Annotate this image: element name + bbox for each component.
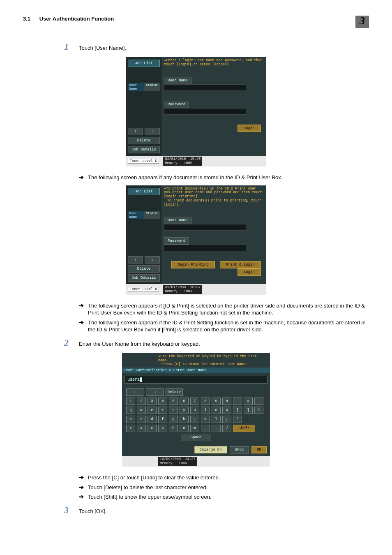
login-button[interactable]: Login <box>238 125 261 132</box>
key-=[interactable]: = <box>244 398 253 405</box>
section-number: 3.1 <box>23 16 30 22</box>
key-a[interactable]: a <box>126 416 135 423</box>
print-login-button[interactable]: Print & Login <box>220 261 261 268</box>
key-s[interactable]: s <box>137 416 146 423</box>
key-7[interactable]: 7 <box>190 398 199 405</box>
col-status: Status <box>144 211 160 219</box>
key-u[interactable]: u <box>190 407 199 414</box>
key-e[interactable]: e <box>148 407 157 414</box>
text-input[interactable]: user1| <box>125 376 267 384</box>
delete-button[interactable]: Delete <box>128 265 160 273</box>
key-b[interactable]: b <box>169 425 178 432</box>
job-list-button[interactable]: Job List <box>128 60 160 67</box>
job-details-button[interactable]: Job Details <box>128 274 160 282</box>
key-z[interactable]: z <box>126 425 135 432</box>
key-.[interactable]: . <box>212 425 221 432</box>
keyboard: ← → Delete 1234567890-=` qwertyuiop[]\ a… <box>122 386 270 446</box>
down-arrow-button[interactable]: ↓ <box>145 256 160 264</box>
user-name-input[interactable] <box>164 224 246 231</box>
job-list-button[interactable]: Job List <box>128 188 160 195</box>
password-button[interactable]: Password <box>164 237 189 245</box>
step-text: Enter the User Name from the keyboard or… <box>79 341 200 347</box>
key-0[interactable]: 0 <box>222 398 231 405</box>
down-arrow-button[interactable]: ↓ <box>145 128 160 135</box>
device-screenshot-idprint: Job List User Name Status ↑ ↓ Delete Job… <box>126 185 266 295</box>
delete-button[interactable]: Delete <box>128 137 160 144</box>
user-name-button[interactable]: User Name <box>164 77 191 84</box>
key-9[interactable]: 9 <box>212 398 221 405</box>
key-y[interactable]: y <box>180 407 189 414</box>
key--[interactable]: - <box>233 398 242 405</box>
key-\[interactable]: \ <box>254 407 263 414</box>
user-name-field: User Name <box>164 217 263 231</box>
device-screenshot-keyboard: ✦Use the keyboard or keypad to type in t… <box>122 353 270 467</box>
key-g[interactable]: g <box>169 416 178 423</box>
key-r[interactable]: r <box>158 407 167 414</box>
device-screenshot-login: Job List User Name Status ↑ ↓ Delete Job… <box>126 57 266 166</box>
key-4[interactable]: 4 <box>158 398 167 405</box>
key-f[interactable]: f <box>158 416 167 423</box>
key-c[interactable]: c <box>148 425 157 432</box>
up-arrow-button[interactable]: ↑ <box>128 128 143 135</box>
key-d[interactable]: d <box>148 416 157 423</box>
key-;[interactable]: ; <box>222 416 231 423</box>
key-n[interactable]: n <box>180 425 189 432</box>
enlarge-button[interactable]: Enlarge On <box>194 446 227 453</box>
password-input[interactable] <box>164 108 246 115</box>
note-text: The following screen appears if any docu… <box>88 174 282 181</box>
key-3[interactable]: 3 <box>148 398 157 405</box>
key-q[interactable]: q <box>126 407 135 414</box>
key-`[interactable]: ` <box>254 398 263 405</box>
note-row: ➔ The following screen appears if the ID… <box>79 319 369 333</box>
key-l[interactable]: l <box>212 416 221 423</box>
password-input[interactable] <box>164 245 246 251</box>
key-w[interactable]: w <box>137 407 146 414</box>
key-/[interactable]: / <box>222 425 231 432</box>
key-,[interactable]: , <box>201 425 210 432</box>
arrow-icon: ➔ <box>79 493 88 500</box>
password-button[interactable]: Password <box>164 101 189 108</box>
datetime: 31/01/2008 16:37 Memory 100% <box>163 285 202 294</box>
shift-key[interactable]: Shift <box>233 425 255 432</box>
key-8[interactable]: 8 <box>201 398 210 405</box>
user-name-button[interactable]: User Name <box>164 217 191 224</box>
step-1: 1 Touch [User Name]. <box>64 42 369 52</box>
begin-printing-button[interactable]: Begin Printing <box>171 261 215 268</box>
arrow-left-key[interactable]: ← <box>126 388 144 396</box>
arrow-icon: ➔ <box>79 174 88 180</box>
arrow-right-key[interactable]: → <box>146 388 164 396</box>
note-row: ➔ The following screen appears if [ID & … <box>79 302 369 317</box>
undo-button[interactable]: Undo <box>230 446 249 453</box>
key-v[interactable]: v <box>158 425 167 432</box>
key-2[interactable]: 2 <box>137 398 146 405</box>
arrow-icon: ➔ <box>79 484 88 490</box>
info-message: ✦Enter a login user name and password, a… <box>164 59 263 67</box>
key-1[interactable]: 1 <box>126 398 135 405</box>
user-name-input[interactable] <box>164 84 246 91</box>
ok-button[interactable]: OK <box>251 446 267 453</box>
key-k[interactable]: k <box>201 416 210 423</box>
job-details-button[interactable]: Job Details <box>128 146 160 153</box>
key-'[interactable]: ' <box>233 416 242 423</box>
key-t[interactable]: t <box>169 407 178 414</box>
key-o[interactable]: o <box>212 407 221 414</box>
key-[[interactable]: [ <box>233 407 242 414</box>
header-left: 3.1 User Authentication Function <box>23 16 114 22</box>
delete-key[interactable]: Delete <box>166 388 183 396</box>
user-name-field: User Name <box>164 77 263 91</box>
key-j[interactable]: j <box>190 416 199 423</box>
key-6[interactable]: 6 <box>180 398 189 405</box>
toner-level: Toner Level K <box>128 159 159 164</box>
col-user-name: User Name <box>128 211 144 219</box>
space-key[interactable]: Space <box>182 434 210 441</box>
key-p[interactable]: p <box>222 407 231 414</box>
login-button[interactable]: Login <box>238 268 261 276</box>
key-i[interactable]: i <box>201 407 210 414</box>
col-user-name: User Name <box>128 83 144 91</box>
key-x[interactable]: x <box>137 425 146 432</box>
key-h[interactable]: h <box>180 416 189 423</box>
key-5[interactable]: 5 <box>169 398 178 405</box>
key-m[interactable]: m <box>190 425 199 432</box>
up-arrow-button[interactable]: ↑ <box>128 256 143 264</box>
key-][interactable]: ] <box>244 407 253 414</box>
